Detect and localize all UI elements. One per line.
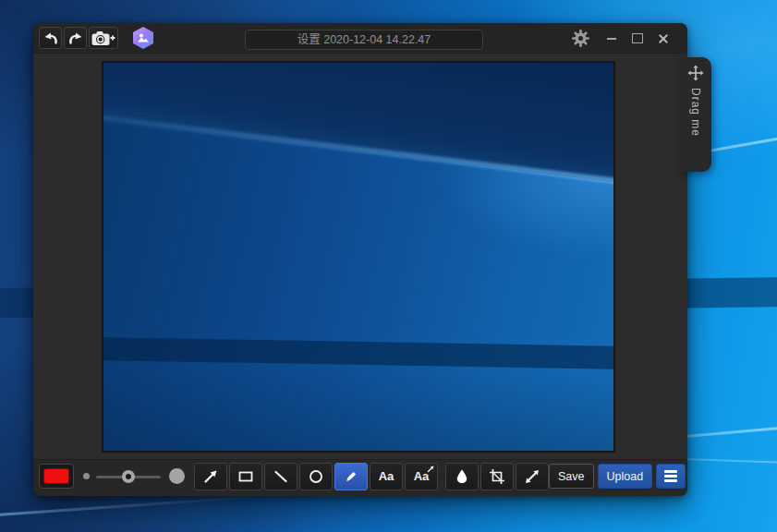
undo-button[interactable] <box>39 27 62 49</box>
current-color-swatch <box>43 468 69 484</box>
text-arrow-tool-button[interactable]: Aa <box>405 463 438 490</box>
resize-tool-button[interactable] <box>516 463 549 490</box>
canvas-image-dark-band <box>102 337 615 369</box>
tool-group-shapes <box>194 463 368 490</box>
arrow-tool-button[interactable] <box>194 463 227 490</box>
rectangle-icon <box>237 468 254 485</box>
save-button[interactable]: Save <box>549 464 594 489</box>
slider-handle[interactable] <box>122 470 135 483</box>
tool-group-effects <box>445 463 549 490</box>
resize-diagonal-icon <box>524 468 540 485</box>
ellipse-tool-button[interactable] <box>299 463 333 490</box>
drag-tab-label: Drag me <box>689 88 702 137</box>
move-icon <box>687 65 704 81</box>
redo-icon <box>67 31 84 45</box>
settings-button[interactable] <box>567 27 593 51</box>
filename-input[interactable]: 设置 2020-12-04 14.22.47 <box>245 30 483 50</box>
line-icon <box>273 468 289 485</box>
crop-icon <box>489 468 505 485</box>
blur-tool-button[interactable] <box>445 463 479 490</box>
ellipse-icon <box>308 468 324 485</box>
tool-group-text: Aa Aa <box>370 463 438 490</box>
close-icon <box>658 33 669 44</box>
gear-icon <box>571 29 590 48</box>
pencil-icon <box>343 468 359 485</box>
menu-button[interactable] <box>656 464 686 489</box>
maximize-icon <box>632 33 643 43</box>
arrow-icon <box>202 468 219 485</box>
upload-button[interactable]: Upload <box>598 464 653 489</box>
pen-tool-button[interactable] <box>334 463 368 490</box>
small-arrow-icon <box>427 466 434 473</box>
drag-handle-tab[interactable]: Drag me <box>680 57 711 172</box>
redo-button[interactable] <box>64 27 87 49</box>
text-tool-label: Aa <box>379 469 395 483</box>
text-tool-button[interactable]: Aa <box>370 463 403 490</box>
size-large-dot <box>169 468 185 484</box>
window-controls <box>567 23 676 54</box>
new-capture-button[interactable] <box>89 27 118 49</box>
bottom-toolbar: Aa Aa <box>33 459 687 496</box>
titlebar: 设置 2020-12-04 14.22.47 <box>33 23 687 54</box>
image-logo-icon <box>137 31 150 44</box>
close-button[interactable] <box>650 27 676 51</box>
color-picker-button[interactable] <box>39 464 74 489</box>
wallpaper-light-beam <box>0 495 268 517</box>
minimize-button[interactable] <box>599 27 625 51</box>
droplet-icon <box>454 468 470 485</box>
hamburger-icon <box>664 470 677 482</box>
rectangle-tool-button[interactable] <box>229 463 262 490</box>
stroke-size-slider[interactable] <box>96 469 161 484</box>
app-logo-button[interactable] <box>133 27 153 49</box>
minimize-icon <box>607 38 616 40</box>
screenshot-editor-window: Drag me <box>33 23 687 496</box>
undo-icon <box>42 31 59 45</box>
camera-plus-icon <box>91 30 115 46</box>
crop-tool-button[interactable] <box>480 463 514 490</box>
editing-canvas[interactable] <box>102 61 615 453</box>
size-small-dot <box>83 473 90 479</box>
line-tool-button[interactable] <box>264 463 297 490</box>
maximize-button[interactable] <box>625 27 650 51</box>
